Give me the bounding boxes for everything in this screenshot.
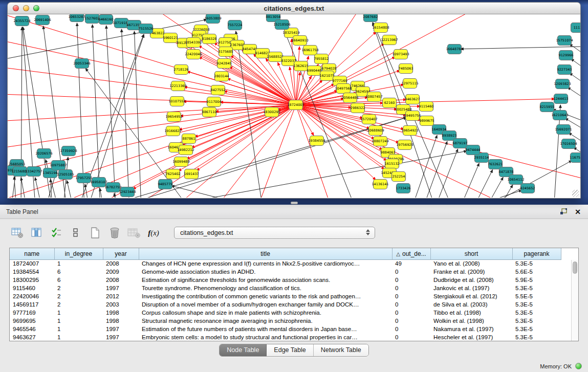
table-cell[interactable]: 5.3E-5 xyxy=(512,259,561,268)
table-row[interactable]: 911546021997Tourette syndrome. Phenomeno… xyxy=(10,284,572,292)
table-cell[interactable]: Jankovic et al. (1997) xyxy=(430,284,512,292)
table-cell[interactable]: 18300295 xyxy=(10,276,54,284)
table-cell[interactable]: Hescheler et al. (1997) xyxy=(430,333,512,341)
table-cell[interactable]: 5.9E-5 xyxy=(512,276,561,284)
table-cell[interactable]: 9699695 xyxy=(10,317,54,325)
graph-edge[interactable] xyxy=(35,178,48,198)
graph-edge[interactable] xyxy=(171,186,360,198)
table-cell[interactable]: 9463627 xyxy=(10,333,54,341)
table-row[interactable]: 1830029562008Estimation of significance … xyxy=(10,276,572,284)
table-cell[interactable]: 5.3E-5 xyxy=(512,333,561,341)
table-cell[interactable]: 1997 xyxy=(103,333,139,341)
column-header-in-degree[interactable]: in_degree xyxy=(54,248,103,259)
table-row[interactable]: 946362711997Embryonic stem cells: a mode… xyxy=(10,333,572,341)
table-cell[interactable]: Corpus callosum shape and size in male p… xyxy=(139,309,392,317)
table-cell[interactable]: 2012 xyxy=(103,292,139,300)
table-cell[interactable]: 9465546 xyxy=(10,325,54,333)
table-row[interactable]: 1456911722003Disruption of a novel membe… xyxy=(10,300,572,309)
table-cell[interactable]: 2009 xyxy=(103,268,139,276)
table-cell[interactable]: 49 xyxy=(392,259,430,268)
splitter-handle[interactable] xyxy=(291,202,298,204)
table-cell[interactable]: 5.3E-5 xyxy=(512,300,561,309)
table-cell[interactable]: 2 xyxy=(54,300,103,309)
table-cell[interactable]: 2008 xyxy=(103,276,139,284)
graph-edge[interactable] xyxy=(296,105,580,183)
table-cell[interactable]: 0 xyxy=(392,333,430,341)
table-cell[interactable]: 6 xyxy=(54,268,103,276)
graph-edge[interactable] xyxy=(460,170,493,198)
table-cell[interactable]: Tibbo et al. (1998) xyxy=(430,309,512,317)
tab-network-table[interactable]: Network Table xyxy=(314,344,368,356)
table-cell[interactable]: 0 xyxy=(392,300,430,309)
graph-edge[interactable] xyxy=(106,26,117,198)
new-document-icon[interactable] xyxy=(88,226,102,239)
table-cell[interactable]: Yano et al. (2008) xyxy=(430,259,512,268)
column-header-title[interactable]: title xyxy=(139,248,392,259)
table-cell[interactable]: Estimation of the future numbers of pati… xyxy=(139,325,392,333)
scrollbar-thumb[interactable] xyxy=(573,261,577,274)
table-cell[interactable]: 14569117 xyxy=(10,300,54,309)
column-header-short[interactable]: short xyxy=(430,248,512,259)
table-cell[interactable]: 1 xyxy=(54,317,103,325)
table-cell[interactable]: 0 xyxy=(392,292,430,300)
table-cell[interactable]: 0 xyxy=(392,268,430,276)
graph-edge[interactable] xyxy=(67,181,79,198)
table-row[interactable]: 1938455462009Genome-wide association stu… xyxy=(10,268,572,276)
graph-edge[interactable] xyxy=(437,161,572,198)
graph-edge[interactable] xyxy=(568,87,580,115)
table-cell[interactable]: Disruption of a novel member of a sodium… xyxy=(139,300,392,309)
delete-icon[interactable] xyxy=(107,226,122,239)
graph-edge[interactable] xyxy=(449,163,479,198)
table-cell[interactable]: Investigating the contribution of common… xyxy=(139,292,392,300)
table-cell[interactable]: 0 xyxy=(392,284,430,292)
table-cell[interactable]: 1 xyxy=(54,259,103,268)
table-cell[interactable]: Wolkin et al. (1998) xyxy=(430,317,512,325)
table-cell[interactable]: 5.6E-5 xyxy=(512,268,561,276)
table-cell[interactable]: 1997 xyxy=(103,325,139,333)
graph-edge[interactable] xyxy=(571,59,580,86)
table-cell[interactable]: 2 xyxy=(54,292,103,300)
table-cell[interactable]: 2003 xyxy=(103,300,139,309)
graph-edge[interactable] xyxy=(77,23,85,198)
graph-edge[interactable] xyxy=(570,73,580,100)
table-cell[interactable]: Estimation of significance thresholds fo… xyxy=(139,276,392,284)
table-cell[interactable]: Franke et al. (2009) xyxy=(430,268,512,276)
graph-edge[interactable] xyxy=(484,185,513,198)
table-cell[interactable]: 5.5E-5 xyxy=(512,292,561,300)
graph-edge[interactable] xyxy=(93,25,101,198)
window-titlebar[interactable]: citations_edges.txt xyxy=(7,2,581,14)
table-selector-dropdown[interactable]: citations_edges.txt xyxy=(174,227,375,239)
graph-edge[interactable] xyxy=(122,29,130,198)
table-cell[interactable]: 9777169 xyxy=(10,309,54,317)
table-row[interactable]: 946554611997Estimation of the future num… xyxy=(10,325,572,333)
table-row[interactable]: 1872400712008Changes of HCN gene express… xyxy=(10,259,572,268)
table-mode-icon[interactable] xyxy=(10,226,25,239)
table-row[interactable]: 2242004622012Investigating the contribut… xyxy=(10,292,572,300)
tab-node-table[interactable]: Node Table xyxy=(220,344,267,356)
table-cell[interactable]: Structural magnetic resonance image aver… xyxy=(139,317,392,325)
show-columns-icon[interactable] xyxy=(30,226,44,239)
graph-edge[interactable] xyxy=(21,178,31,198)
table-cell[interactable]: 2008 xyxy=(103,259,139,268)
table-cell[interactable]: 1998 xyxy=(103,309,139,317)
table-cell[interactable]: 0 xyxy=(392,325,430,333)
table-cell[interactable]: Dudbridge et al. (2008) xyxy=(430,276,512,284)
table-cell[interactable]: Nakamura et al. (1997) xyxy=(430,325,512,333)
table-cell[interactable]: 0 xyxy=(392,317,430,325)
table-cell[interactable]: 22420046 xyxy=(10,292,54,300)
select-rows-icon[interactable] xyxy=(49,226,63,239)
table-cell[interactable]: de Silva et al. (2003) xyxy=(430,300,512,309)
table-cell[interactable]: 9115460 xyxy=(10,284,54,292)
delete-table-icon[interactable] xyxy=(127,226,141,239)
graph-edge[interactable] xyxy=(8,105,296,122)
graph-edge[interactable] xyxy=(229,67,296,105)
table-vertical-scrollbar[interactable] xyxy=(571,260,578,341)
function-builder-icon[interactable]: f(x) xyxy=(146,226,161,239)
column-header-pagerank[interactable]: pagerank xyxy=(512,248,561,259)
table-cell[interactable]: 1997 xyxy=(103,284,139,292)
table-row[interactable]: 977716911998Corpus callosum shape and si… xyxy=(10,309,572,317)
network-canvas[interactable]: 1872400718300295193845547463822596012389… xyxy=(7,14,581,199)
table-cell[interactable]: 0 xyxy=(392,309,430,317)
table-cell[interactable]: 5.3E-5 xyxy=(512,309,561,317)
graph-edge[interactable] xyxy=(296,47,299,105)
